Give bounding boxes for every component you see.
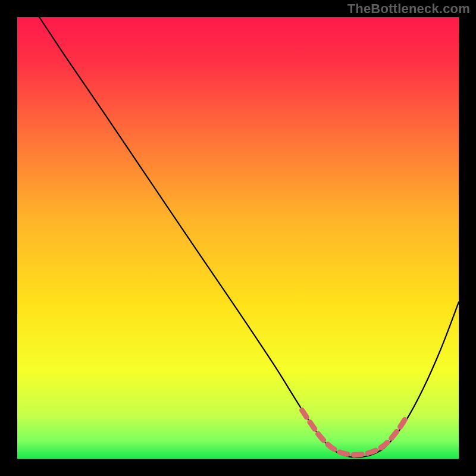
chart-frame: TheBottleneck.com (0, 0, 476, 476)
bottleneck-chart (17, 17, 459, 459)
watermark-text: TheBottleneck.com (347, 1, 470, 17)
chart-svg (17, 17, 459, 459)
